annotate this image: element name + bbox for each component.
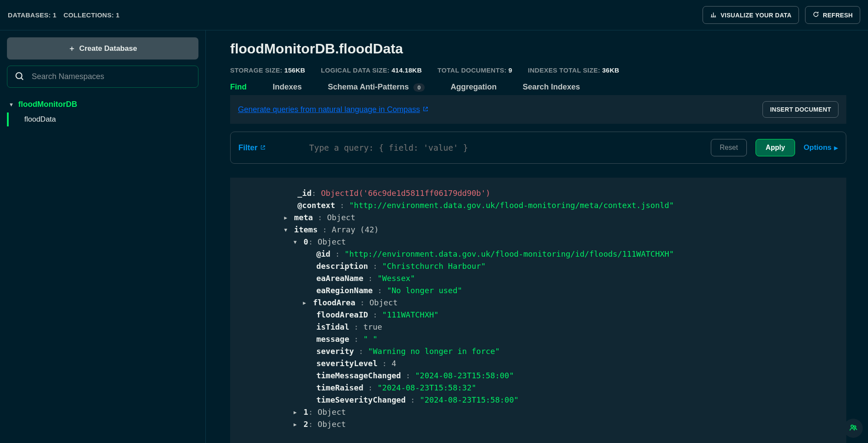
chevron-down-icon: ▼ bbox=[9, 102, 14, 108]
search-namespaces-input[interactable] bbox=[7, 66, 198, 88]
collection-title: floodMonitorDB.floodData bbox=[230, 41, 846, 57]
sidebar-database-item[interactable]: ▼ floodMonitorDB bbox=[7, 96, 198, 112]
compass-link[interactable]: Generate queries from natural language i… bbox=[238, 105, 429, 114]
svg-point-1 bbox=[851, 425, 854, 427]
chevron-right-icon: ▸ bbox=[834, 143, 838, 152]
caret-right-icon[interactable]: ▸ bbox=[293, 418, 299, 430]
refresh-button[interactable]: REFRESH bbox=[805, 6, 860, 24]
external-link-icon bbox=[422, 105, 429, 114]
insert-document-button[interactable]: INSERT DOCUMENT bbox=[762, 101, 838, 118]
svg-point-2 bbox=[854, 426, 856, 428]
filter-dropdown[interactable]: Filter bbox=[238, 143, 266, 152]
caret-down-icon[interactable]: ▾ bbox=[293, 236, 299, 248]
document-viewer[interactable]: _id: ObjectId('66c9de1d5811ff06179dd90b'… bbox=[230, 178, 846, 443]
databases-count: DATABASES: 1 bbox=[8, 11, 56, 19]
tabs: Find Indexes Schema Anti-Patterns 0 Aggr… bbox=[230, 83, 846, 95]
external-link-icon bbox=[260, 143, 266, 152]
visualize-button[interactable]: VISUALIZE YOUR DATA bbox=[703, 6, 799, 24]
schema-badge: 0 bbox=[413, 83, 424, 92]
people-icon bbox=[849, 423, 858, 433]
collections-count: COLLECTIONS: 1 bbox=[63, 11, 119, 19]
search-icon bbox=[15, 71, 24, 82]
collection-stats: STORAGE SIZE: 156KB LOGICAL DATA SIZE: 4… bbox=[230, 66, 846, 74]
caret-down-icon[interactable]: ▾ bbox=[284, 224, 290, 236]
svg-point-0 bbox=[16, 73, 22, 79]
query-input[interactable] bbox=[309, 143, 702, 152]
help-fab[interactable] bbox=[844, 419, 863, 438]
tab-search-indexes[interactable]: Search Indexes bbox=[523, 83, 580, 95]
caret-right-icon[interactable]: ▸ bbox=[284, 212, 290, 224]
apply-button[interactable]: Apply bbox=[756, 139, 795, 156]
refresh-icon bbox=[812, 11, 819, 19]
sidebar-collection-item[interactable]: floodData bbox=[7, 112, 198, 126]
query-bar: Filter Reset Apply Options ▸ bbox=[230, 132, 846, 164]
topbar: DATABASES: 1 COLLECTIONS: 1 VISUALIZE YO… bbox=[0, 0, 868, 30]
caret-right-icon[interactable]: ▸ bbox=[302, 297, 308, 309]
sidebar: ＋ Create Database ▼ floodMonitorDB flood… bbox=[0, 30, 206, 443]
create-database-button[interactable]: ＋ Create Database bbox=[7, 37, 198, 60]
tab-aggregation[interactable]: Aggregation bbox=[451, 83, 497, 95]
subbar: Generate queries from natural language i… bbox=[230, 95, 846, 124]
caret-right-icon[interactable]: ▸ bbox=[293, 406, 299, 418]
tab-schema-antipatterns[interactable]: Schema Anti-Patterns 0 bbox=[328, 83, 425, 95]
reset-button[interactable]: Reset bbox=[711, 139, 747, 156]
tab-find[interactable]: Find bbox=[230, 83, 247, 95]
chart-icon bbox=[710, 11, 717, 19]
content-area: floodMonitorDB.floodData STORAGE SIZE: 1… bbox=[206, 30, 868, 443]
plus-icon: ＋ bbox=[68, 43, 76, 53]
options-dropdown[interactable]: Options ▸ bbox=[804, 143, 838, 152]
tab-indexes[interactable]: Indexes bbox=[273, 83, 302, 95]
